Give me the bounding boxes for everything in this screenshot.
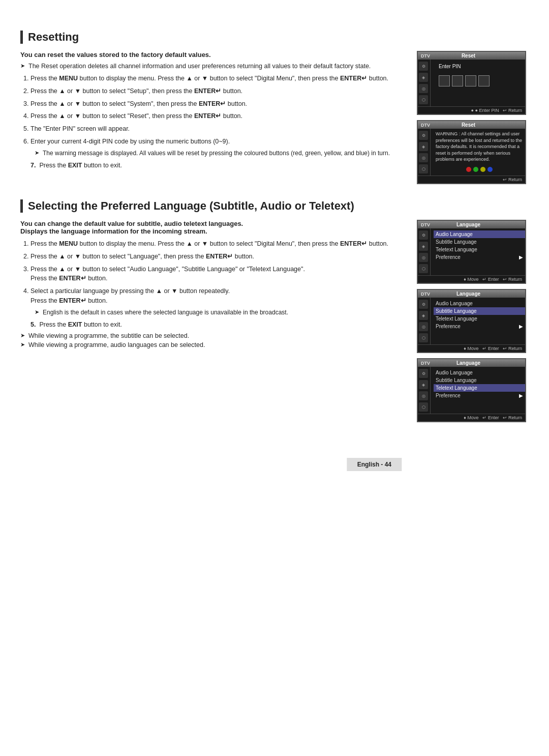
reset-w-icon-1: ⚙ [419,131,428,140]
selecting-note-1: While viewing a programme, the subtitle … [28,332,402,339]
lang-1-icon-2: ◈ [419,242,428,251]
lang-2-body: ⚙ ◈ ◎ ⬡ Audio Language Subtitle Language… [418,298,525,344]
resetting-step-3: Press the ▲ or ▼ button to select "Syste… [30,99,402,109]
resetting-step-6: Enter your current 4-digit PIN code by u… [30,137,402,158]
lang-3-item-pref: Preference ▶ [434,392,525,399]
resetting-step-2: Press the ▲ or ▼ button to select "Setup… [30,86,402,96]
resetting-screens-col: DTV Reset ⚙ ◈ ◎ ⬡ Enter PIN [417,51,529,184]
lang-3-icon-1: ⚙ [419,369,428,378]
lang-2-icon-4: ⬡ [419,333,428,342]
reset-warning-title: Reset [462,122,475,128]
selecting-step-4-note: English is the default in cases where th… [35,308,402,317]
resetting-text-col: You can reset the values stored to the f… [20,51,402,184]
lang-screen-2-header: DTV Language [418,290,525,298]
resetting-intro: You can reset the values stored to the f… [20,51,402,59]
reset-pin-footer: ● ● Enter PIN ↩ Return [418,106,525,114]
lang-3-title: Language [456,360,480,366]
lang-1-item-subtitle: Subtitle Language [434,238,525,246]
pin-box-2 [452,75,463,86]
lang-1-footer: ♦ Move ↵ Enter ↩ Return [418,275,525,283]
pin-box-3 [465,75,476,86]
lang-1-icon-1: ⚙ [419,230,428,240]
lang-3-body: ⚙ ◈ ◎ ⬡ Audio Language Subtitle Language… [418,367,525,414]
reset-warning-icons: ⚙ ◈ ◎ ⬡ [418,129,431,176]
pin-box-1 [439,75,450,86]
lang-screen-1-header: DTV Language [418,221,525,228]
lang-1-item-audio: Audio Language [434,230,525,238]
selecting-note-2: While viewing a programme, audio languag… [28,341,402,348]
lang-1-body: ⚙ ◈ ◎ ⬡ Audio Language Subtitle Language… [418,228,525,275]
reset-icon-2: ◈ [419,73,428,82]
lang-1-icon-4: ⬡ [419,264,428,273]
reset-warning-dtv: DTV [421,123,430,128]
lang-3-item-teletext: Teletext Language [434,384,525,392]
lang-3-dtv: DTV [421,361,430,366]
lang-1-icons: ⚙ ◈ ◎ ⬡ [418,228,431,275]
lang-screen-2: DTV Language ⚙ ◈ ◎ ⬡ Audio Language Subt… [417,289,526,353]
lang-screen-3-header: DTV Language [418,359,525,367]
selecting-title: Selecting the Preferred Language (Subtit… [20,199,529,213]
lang-2-item-audio: Audio Language [434,300,525,307]
dot-green [473,167,478,172]
lang-1-move: ♦ Move [464,277,478,282]
reset-pin-content: Enter PIN [434,60,525,106]
selecting-text-col: You can change the default value for sub… [20,220,402,422]
lang-3-enter: ↵ Enter [482,415,499,420]
page-footer-container: English - 44 [20,443,529,471]
lang-1-item-pref: Preference ▶ [434,253,525,261]
lang-2-footer: ♦ Move ↵ Enter ↩ Return [418,344,525,352]
reset-pin-icons: ⚙ ◈ ◎ ⬡ [418,60,431,106]
lang-1-enter: ↵ Enter [482,277,499,282]
selecting-steps: Press the MENU button to display the men… [20,239,402,317]
lang-3-menu: Audio Language Subtitle Language Teletex… [434,367,525,414]
lang-3-move: ♦ Move [464,415,478,420]
lang-1-item-teletext: Teletext Language [434,246,525,253]
reset-warning-footer-return: ↩ Return [503,177,522,182]
reset-warning-footer: ↩ Return [418,176,525,183]
reset-w-icon-2: ◈ [419,142,428,151]
page-footer-label: English - 44 [347,458,402,471]
lang-2-icon-1: ⚙ [419,300,428,309]
reset-pin-screen: DTV Reset ⚙ ◈ ◎ ⬡ Enter PIN [417,51,526,115]
lang-1-icon-3: ◎ [419,253,428,262]
lang-2-menu: Audio Language Subtitle Language Teletex… [434,298,525,344]
lang-2-item-subtitle: Subtitle Language [434,307,525,315]
reset-warning-header: DTV Reset [418,121,525,129]
resetting-section: Resetting You can reset the values store… [20,31,529,184]
lang-2-item-pref: Preference ▶ [434,323,525,330]
reset-pin-dtv: DTV [421,53,430,59]
selecting-step-2: Press the ▲ or ▼ button to select "Langu… [30,252,402,261]
lang-1-title: Language [456,222,480,227]
reset-icon-1: ⚙ [419,62,428,71]
pin-box-4 [478,75,490,86]
lang-2-title: Language [456,291,480,297]
reset-icon-4: ⬡ [419,95,428,104]
lang-3-icons: ⚙ ◈ ◎ ⬡ [418,367,431,414]
selecting-step-1: Press the MENU button to display the men… [30,239,402,249]
lang-2-icon-3: ◎ [419,322,428,331]
resetting-steps: Press the MENU button to display the men… [20,74,402,158]
lang-2-enter: ↵ Enter [482,346,499,351]
dot-yellow [480,167,485,172]
reset-warning-text: WARNING : All channel settings and user … [434,129,525,165]
reset-pin-footer-enter: ● ● Enter PIN [471,108,499,113]
lang-1-menu: Audio Language Subtitle Language Teletex… [434,228,525,275]
color-dots [434,165,525,174]
lang-3-item-subtitle: Subtitle Language [434,376,525,384]
lang-3-icon-3: ◎ [419,391,428,400]
lang-3-return: ↩ Return [503,415,522,420]
lang-screen-3: DTV Language ⚙ ◈ ◎ ⬡ Audio Language Subt… [417,358,526,422]
pin-entry [439,75,520,86]
selecting-step-3: Press the ▲ or ▼ button to select "Audio… [30,265,402,284]
dot-blue [487,167,493,172]
lang-3-footer: ♦ Move ↵ Enter ↩ Return [418,414,525,421]
resetting-step-6-note: The warning message is displayed. All va… [35,149,402,158]
lang-2-icons: ⚙ ◈ ◎ ⬡ [418,298,431,344]
selecting-section: Selecting the Preferred Language (Subtit… [20,199,529,422]
reset-pin-footer-return: ↩ Return [503,108,522,113]
reset-warning-screen: DTV Reset ⚙ ◈ ◎ ⬡ WARNING : All channel … [417,120,526,184]
resetting-step-4: Press the ▲ or ▼ button to select "Reset… [30,111,402,121]
resetting-body: You can reset the values stored to the f… [20,51,529,184]
lang-2-move: ♦ Move [464,346,478,351]
lang-2-return: ↩ Return [503,346,522,351]
